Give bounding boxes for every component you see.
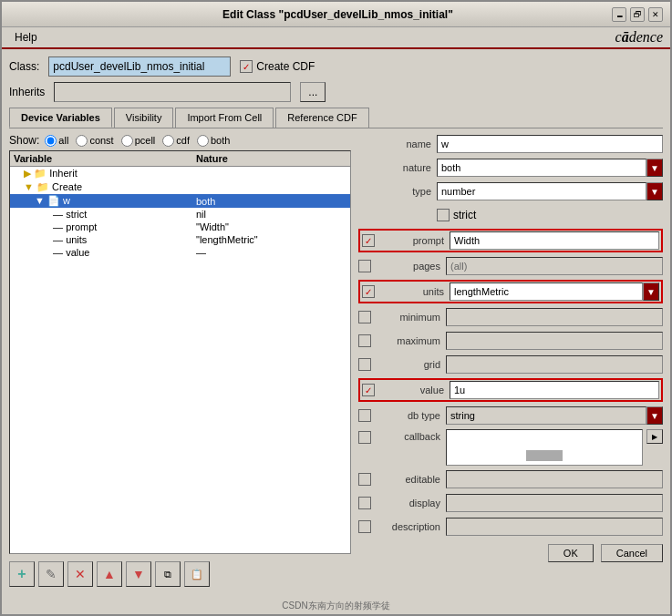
main-content: Class: ✓ Create CDF Inherits ... Device … — [2, 49, 670, 598]
close-button[interactable]: ✕ — [648, 7, 663, 22]
display-checkbox[interactable] — [358, 497, 371, 509]
editable-input — [446, 470, 663, 488]
db-type-row: db type ▼ — [358, 406, 663, 426]
tree-row-strict[interactable]: — strict nil — [10, 208, 350, 221]
class-input[interactable] — [48, 56, 231, 77]
type-dropdown-arrow[interactable]: ▼ — [646, 182, 663, 200]
cancel-button[interactable]: Cancel — [601, 544, 663, 562]
grid-label: grid — [377, 359, 440, 370]
db-type-checkbox[interactable] — [358, 409, 371, 422]
create-cdf-checkbox[interactable]: ✓ — [240, 60, 253, 73]
prompt-label: prompt — [66, 221, 97, 232]
radio-const[interactable]: const — [76, 135, 113, 147]
display-row: display — [358, 493, 663, 513]
tab-import-from-cell[interactable]: Import From Cell — [175, 108, 274, 128]
prompt-input[interactable] — [450, 231, 659, 250]
value-checkbox[interactable]: ✓ — [362, 384, 375, 396]
value-input[interactable] — [450, 381, 659, 399]
prompt-nature: "Width" — [196, 221, 346, 232]
inherits-row: Inherits ... — [9, 82, 663, 102]
tabs-row: Device Variables Visibility Import From … — [9, 108, 663, 128]
strict-nature: nil — [196, 209, 346, 220]
name-label: name — [358, 139, 431, 149]
tree-row-value[interactable]: — value — — [10, 246, 350, 259]
type-label: type — [358, 186, 431, 197]
name-row: name — [358, 134, 663, 154]
radio-group: all const pcell cdf both — [45, 135, 230, 147]
pages-input — [446, 257, 663, 275]
show-row: Show: all const pcell cdf — [9, 134, 351, 147]
move-down-button[interactable]: ▼ — [126, 561, 151, 587]
create-cdf-label: Create CDF — [256, 60, 315, 73]
description-checkbox[interactable] — [358, 520, 371, 533]
callback-row: callback ▶ — [358, 429, 663, 466]
tree-row-create[interactable]: ▼ 📁 Create — [10, 180, 350, 194]
prompt-checkbox[interactable]: ✓ — [362, 234, 375, 247]
add-button[interactable]: + — [9, 561, 35, 587]
db-type-label: db type — [377, 410, 440, 421]
db-type-dropdown-arrow[interactable]: ▼ — [646, 406, 663, 425]
nature-label: nature — [358, 162, 431, 173]
ok-cancel-row: OK Cancel — [358, 540, 663, 566]
type-select-container: ▼ — [437, 182, 663, 200]
tab-reference-cdf[interactable]: Reference CDF — [275, 108, 368, 128]
prompt-label-right: prompt — [380, 235, 444, 246]
class-label: Class: — [9, 60, 39, 73]
units-checkbox[interactable]: ✓ — [362, 285, 375, 298]
units-select[interactable] — [450, 282, 643, 301]
display-label: display — [377, 498, 440, 508]
inherits-dots-button[interactable]: ... — [300, 82, 326, 102]
radio-cdf[interactable]: cdf — [162, 135, 190, 147]
nature-header: Nature — [196, 153, 346, 164]
units-label: units — [66, 234, 87, 245]
type-select[interactable] — [437, 182, 646, 200]
strict-checkbox[interactable] — [437, 209, 450, 221]
units-nature: "lengthMetric" — [196, 234, 346, 245]
strict-label-text: strict — [453, 209, 476, 221]
minimize-button[interactable]: 🗕 — [612, 7, 626, 22]
tree-row-prompt[interactable]: — prompt "Width" — [10, 221, 350, 233]
tab-visibility[interactable]: Visibility — [114, 108, 174, 128]
inherits-input[interactable] — [54, 82, 291, 102]
nature-dropdown-arrow[interactable]: ▼ — [646, 159, 663, 177]
maximum-checkbox[interactable] — [358, 334, 371, 347]
paste-button[interactable]: 📋 — [184, 561, 210, 587]
minimum-checkbox[interactable] — [358, 311, 371, 323]
name-input[interactable] — [437, 135, 663, 153]
edit-button[interactable]: ✎ — [38, 561, 64, 587]
editable-checkbox[interactable] — [358, 473, 371, 486]
tab-device-variables[interactable]: Device Variables — [9, 108, 112, 128]
callback-btn-1[interactable]: ▶ — [646, 429, 663, 444]
prompt-row: ✓ prompt — [358, 229, 663, 252]
db-type-select[interactable] — [446, 406, 646, 425]
units-dropdown-arrow[interactable]: ▼ — [643, 282, 659, 301]
copy-button[interactable]: ⧉ — [155, 561, 181, 587]
tree-row-inherit[interactable]: ▶ 📁 Inherit — [10, 167, 350, 180]
title-bar: Edit Class "pcdUser_develLib_nmos_initia… — [2, 2, 670, 27]
tree-row-units[interactable]: — units "lengthMetric" — [10, 233, 350, 246]
radio-both[interactable]: both — [197, 135, 230, 147]
left-panel: Show: all const pcell cdf — [9, 134, 351, 590]
help-menu[interactable]: Help — [9, 29, 43, 46]
tree-row-w[interactable]: ▼ 📄 w both — [10, 194, 350, 208]
variable-header: Variable — [14, 153, 196, 164]
delete-button[interactable]: ✕ — [67, 561, 93, 587]
tree-table[interactable]: Variable Nature ▶ 📁 Inherit — [9, 150, 351, 554]
move-up-button[interactable]: ▲ — [97, 561, 122, 587]
strict-row: strict — [358, 205, 663, 225]
strict-label: strict — [66, 209, 87, 220]
value-row: ✓ value — [358, 378, 663, 402]
pages-checkbox[interactable] — [358, 260, 371, 272]
ok-button[interactable]: OK — [548, 544, 594, 562]
callback-checkbox[interactable] — [358, 431, 371, 444]
display-input — [446, 494, 663, 512]
maximize-button[interactable]: 🗗 — [630, 7, 645, 22]
radio-pcell[interactable]: pcell — [121, 135, 156, 147]
inherit-label: Inherit — [49, 168, 78, 179]
radio-all[interactable]: all — [45, 135, 68, 147]
grid-checkbox[interactable] — [358, 358, 371, 371]
nature-select[interactable] — [437, 159, 646, 177]
callback-side-buttons: ▶ — [646, 429, 663, 466]
callback-textarea[interactable] — [446, 429, 643, 466]
value-label-right: value — [380, 385, 444, 395]
